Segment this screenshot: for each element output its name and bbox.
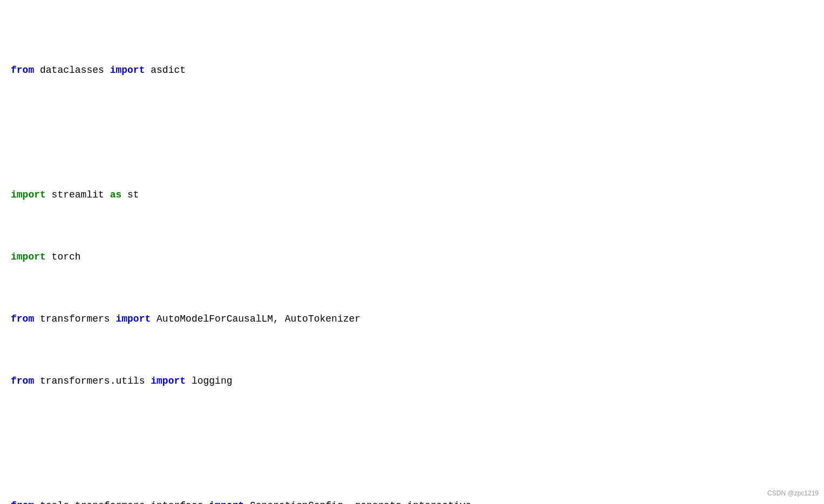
kw-from: from [11,65,34,76]
transformers-utils-module: transformers.utils [34,376,151,386]
kw-from-4: from [11,500,34,504]
line-from-transformers-2: from transformers.utils import logging [11,373,813,389]
module-name: dataclasses [34,65,110,76]
kw-import: import [110,65,145,76]
line-1: from dataclasses import asdict [11,63,813,78]
kw-as: as [110,189,122,200]
torch-text: torch [46,251,81,262]
line-blank-2 [11,436,813,452]
kw-from-2: from [11,314,34,324]
line-import-streamlit: import streamlit as st [11,187,813,203]
st-alias: st [121,189,139,200]
tools-module: tools.transformers.interface [34,500,209,504]
tools-imports: GenerationConfig, generate_interactive [244,500,471,504]
kw-import-4: import [115,314,151,324]
line-import-torch: import torch [11,249,813,265]
streamlit-text: streamlit [46,189,110,200]
watermark: CSDN @zpc1219 [767,488,819,499]
import-name: asdict [145,65,186,76]
kw-import-5: import [151,376,186,386]
transformers-module: transformers [34,314,115,324]
line-from-transformers-1: from transformers import AutoModelForCau… [11,311,813,327]
transformers-imports: AutoModelForCausalLM, AutoTokenizer [151,314,360,324]
line-from-tools: from tools.transformers.interface import… [11,498,813,504]
kw-from-3: from [11,376,34,386]
kw-import-2: import [11,189,46,200]
kw-import-3: import [11,251,46,262]
code-editor: from dataclasses import asdict import st… [11,16,813,504]
line-blank-1 [11,125,813,141]
kw-import-6: import [209,500,244,504]
logging-import: logging [186,376,232,386]
